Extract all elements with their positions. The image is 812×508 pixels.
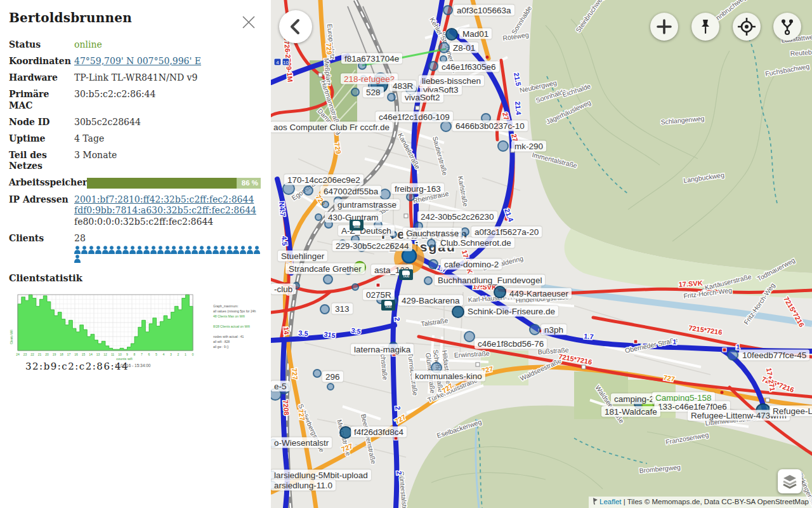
node-label[interactable]: arsiedlung-11.0 (271, 480, 336, 491)
close-icon[interactable] (242, 15, 256, 29)
node-label[interactable]: Strandcafe Grether (285, 264, 365, 274)
node-marker[interactable] (530, 324, 540, 335)
node-label[interactable]: 483R (390, 81, 416, 91)
node-marker[interactable] (439, 43, 449, 53)
map[interactable]: Freiburg imBreisgau Karlsruher Str.Kehle… (271, 0, 812, 508)
leaflet-link[interactable]: Leaflet (599, 498, 622, 505)
node-marker[interactable] (304, 186, 313, 195)
node-label[interactable]: A-Z_Deutsch (338, 225, 395, 236)
node-marker[interactable] (429, 260, 438, 269)
node-label[interactable]: Stuehlinger (278, 251, 327, 262)
node-marker[interactable] (443, 6, 452, 15)
leaflet-logo-icon (593, 498, 598, 507)
node-label[interactable]: c46e1f6305e6 (438, 62, 499, 72)
node-label[interactable]: n3ph (541, 324, 566, 335)
node-label[interactable]: a0f3c1f5627a-20 (471, 227, 542, 237)
node-label[interactable]: mk-290 (511, 141, 546, 152)
branch-button[interactable] (773, 13, 801, 41)
client-icon (233, 246, 239, 254)
route-label: 3.5 (298, 329, 308, 337)
node-marker[interactable] (494, 286, 506, 298)
client-icon (95, 246, 102, 254)
node-marker[interactable] (340, 427, 351, 438)
ip-link[interactable]: 2001:bf7:2810:ff42:32b5:c2ff:fec2:8644 (74, 194, 261, 206)
node-label[interactable]: vivaSoft2 (402, 92, 443, 103)
node-label[interactable]: 0275R (363, 290, 395, 300)
node-marker[interactable] (728, 350, 738, 360)
node-label[interactable]: -club (271, 284, 296, 295)
layers-button[interactable] (778, 469, 802, 493)
node-label[interactable]: kommunales-kino (412, 371, 485, 382)
node-label[interactable]: guntramstrasse (334, 199, 400, 210)
node-marker[interactable] (498, 141, 508, 151)
field-hardware: Hardware TP-Link TL-WR841N/ND v9 (9, 72, 261, 84)
memory-percent: 86 % (242, 178, 258, 187)
locate-button[interactable] (733, 13, 761, 41)
node-marker[interactable] (407, 193, 414, 201)
node-label[interactable]: 430-Guntram (325, 212, 382, 223)
client-icon (226, 246, 233, 254)
node-marker[interactable] (352, 284, 358, 290)
node-label[interactable]: 296 (322, 371, 343, 382)
node-label[interactable]: larsiedlung-5Mbit-upload (271, 470, 371, 481)
node-marker[interactable] (322, 201, 329, 208)
node-marker[interactable] (351, 88, 359, 96)
node-marker[interactable] (441, 121, 451, 131)
node-marker[interactable] (320, 305, 329, 314)
node-label[interactable]: camping-2 (611, 394, 657, 404)
node-label[interactable]: 528 (363, 87, 384, 98)
node-label[interactable]: a0f3c105663a (454, 5, 514, 16)
back-button[interactable] (279, 10, 312, 43)
ip-link[interactable]: fdf0:9bb:7814:a630:32b5:c2ff:fec2:8644 (74, 205, 261, 217)
node-label[interactable]: 10feedb77fce-45 (739, 350, 809, 361)
node-label[interactable]: Z8-01 (450, 43, 478, 53)
node-label[interactable]: f4f26d3fd8c4 (351, 427, 407, 438)
node-label[interactable]: laterna-magika (351, 344, 414, 355)
node-label[interactable]: 449-Kartaeuser (506, 288, 572, 299)
node-label[interactable]: aos Computer Club Fr cccfr.de (271, 122, 393, 133)
node-marker[interactable] (452, 306, 464, 318)
field-status: Status online (9, 39, 261, 51)
node-marker[interactable] (313, 370, 321, 377)
node-marker[interactable] (424, 277, 432, 284)
field-primary-mac: Primäre MAC 30:b5:c2:c2:86:44 (9, 89, 261, 111)
node-label[interactable]: 313 (332, 304, 353, 314)
node-marker[interactable] (315, 214, 322, 220)
node-label[interactable]: c46e1f8cbd56-76 (475, 338, 547, 349)
node-label[interactable]: Refugee-Littenw (769, 406, 812, 417)
node-marker[interactable] (388, 93, 395, 101)
node-label[interactable]: 647002df55ba (320, 186, 381, 197)
node-label[interactable]: c46e1f2c1d60-109 (376, 112, 453, 123)
node-marker[interactable] (428, 239, 435, 247)
node-label[interactable]: Club.Schneerot.de (437, 237, 514, 248)
node-label[interactable]: 6466b3b0237c-10 (452, 121, 528, 131)
node-marker[interactable] (461, 228, 469, 236)
route-shield: 10 (283, 60, 289, 65)
node-label[interactable]: Schink-Die-Friseure.de (464, 306, 558, 317)
node-label[interactable]: 170-14cc206ec9e2 (284, 175, 363, 185)
node-label[interactable]: cafe-domino-2 (441, 259, 502, 270)
node-marker[interactable] (324, 275, 332, 284)
node-label[interactable]: Mad01 (459, 29, 492, 39)
node-marker[interactable] (380, 189, 390, 199)
node-label[interactable]: f81a6731704e (341, 53, 402, 64)
layers-icon (782, 473, 798, 490)
plus-button[interactable] (650, 13, 678, 41)
node-label[interactable]: Buchhandlung_Fundevogel (435, 275, 545, 286)
node-label[interactable]: 429-Backarena (398, 295, 463, 306)
pin-button[interactable] (691, 13, 719, 41)
node-marker[interactable] (464, 331, 475, 342)
node-label[interactable]: e-5 (271, 381, 290, 392)
client-icon (115, 246, 122, 254)
client-icon (178, 246, 184, 254)
node-label[interactable]: 242-30b5c2c26230 (417, 211, 497, 222)
node-label[interactable]: o-Wiesentalstr (271, 438, 332, 448)
node-marker[interactable] (446, 29, 457, 40)
node-marker[interactable] (327, 384, 334, 390)
node-label[interactable]: freiburg-163 (391, 184, 444, 194)
node-label[interactable]: asta_123 (371, 265, 413, 276)
coordinates-link[interactable]: 47°59,709' N 007°50,996' E (74, 56, 201, 66)
node-marker[interactable] (429, 62, 438, 70)
node-label[interactable]: 181-Waldcafe (601, 406, 660, 417)
node-label[interactable]: 229-30b5c2c26244 (332, 241, 412, 251)
